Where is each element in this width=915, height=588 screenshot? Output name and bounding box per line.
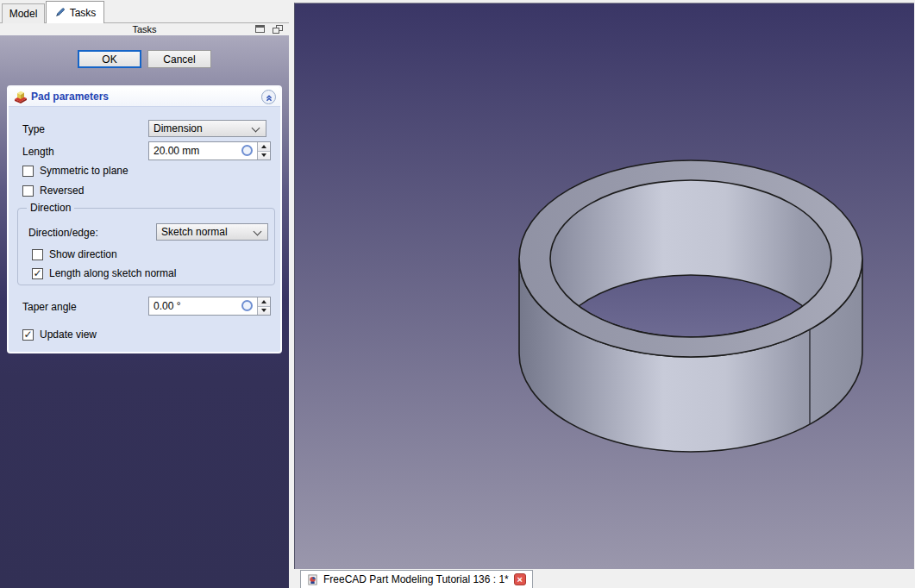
chevron-down-icon: [254, 228, 262, 236]
float-icon[interactable]: [273, 25, 284, 34]
type-combobox-value: Dimension: [154, 122, 203, 134]
collapse-button[interactable]: [261, 90, 276, 104]
pad-parameters-header[interactable]: Pad parameters: [9, 87, 280, 107]
ring-3d-object[interactable]: [295, 3, 915, 570]
direction-group-title: Direction: [27, 202, 74, 214]
3d-viewport[interactable]: [294, 3, 914, 569]
checkbox-box: ✓: [32, 268, 43, 279]
checkbox-box: [32, 249, 43, 260]
tab-model[interactable]: Model: [2, 3, 45, 23]
tasks-panel-titlebar: Tasks: [0, 23, 289, 35]
tab-tasks-label: Tasks: [70, 7, 97, 19]
spin-up-button[interactable]: [258, 297, 270, 307]
dock-icon[interactable]: [255, 25, 265, 33]
show-direction-checkbox[interactable]: Show direction: [32, 248, 117, 260]
tasks-panel-title: Tasks: [132, 24, 156, 34]
checkbox-box: ✓: [22, 329, 34, 341]
ok-button-label: OK: [102, 53, 116, 66]
ok-button[interactable]: OK: [78, 50, 141, 68]
taper-spin-buttons: [257, 297, 270, 315]
checkbox-box: [22, 185, 34, 197]
symmetric-to-plane-checkbox[interactable]: Symmetric to plane: [22, 165, 128, 177]
taper-angle-value: 0.00 °: [154, 300, 181, 312]
symmetric-to-plane-label: Symmetric to plane: [40, 165, 128, 177]
close-icon[interactable]: ×: [514, 573, 526, 585]
direction-edge-value: Sketch normal: [161, 226, 228, 238]
expression-editor-icon[interactable]: [241, 300, 253, 311]
mdi-area: FreeCAD Part Modeling Tutorial 136 : 1* …: [289, 0, 915, 588]
direction-edge-combobox[interactable]: Sketch normal: [156, 223, 268, 241]
expression-editor-icon[interactable]: [241, 145, 253, 156]
taper-angle-label: Taper angle: [22, 301, 77, 313]
checkbox-box: [22, 166, 34, 177]
tab-model-label: Model: [9, 8, 38, 20]
combo-view-tabbar: Model Tasks: [0, 0, 289, 23]
document-tab-label: FreeCAD Part Modeling Tutorial 136 : 1*: [323, 573, 509, 585]
taper-angle-input[interactable]: 0.00 °: [148, 297, 271, 316]
chevrons-up-icon: [264, 92, 274, 103]
cancel-button[interactable]: Cancel: [147, 50, 211, 68]
direction-groupbox: Direction Direction/edge: Sketch normal …: [17, 208, 275, 285]
spin-up-button[interactable]: [258, 142, 270, 152]
length-label: Length: [22, 146, 54, 158]
pen-icon: [54, 7, 66, 18]
direction-edge-label: Direction/edge:: [28, 227, 98, 239]
reversed-checkbox[interactable]: Reversed: [22, 185, 84, 197]
check-mark-icon: ✓: [33, 268, 41, 278]
spin-down-button[interactable]: [258, 152, 270, 160]
length-value: 20.00 mm: [154, 145, 199, 157]
document-tabbar: FreeCAD Part Modeling Tutorial 136 : 1* …: [294, 569, 914, 588]
close-glyph: ×: [517, 575, 523, 585]
pad-parameters-box: Pad parameters Type Dimension Length 20.…: [7, 85, 282, 353]
update-view-checkbox[interactable]: ✓ Update view: [22, 328, 97, 341]
freecad-window: Model Tasks Tasks OK Cancel: [0, 0, 915, 588]
document-tab[interactable]: FreeCAD Part Modeling Tutorial 136 : 1* …: [300, 570, 533, 588]
task-panel: OK Cancel Pad parameters: [0, 35, 289, 588]
length-spin-buttons: [257, 142, 270, 160]
chevron-down-icon: [252, 124, 260, 133]
check-mark-icon: ✓: [23, 329, 32, 340]
length-along-sketch-normal-checkbox[interactable]: ✓ Length along sketch normal: [32, 267, 176, 279]
cancel-button-label: Cancel: [163, 53, 195, 66]
update-view-label: Update view: [40, 328, 97, 341]
spin-down-button[interactable]: [258, 307, 270, 316]
type-label: Type: [22, 123, 45, 135]
length-along-sketch-normal-label: Length along sketch normal: [49, 267, 176, 279]
reversed-label: Reversed: [40, 185, 84, 197]
freecad-doc-icon: [307, 574, 318, 585]
length-input[interactable]: 20.00 mm: [148, 141, 271, 160]
tab-tasks[interactable]: Tasks: [46, 1, 104, 23]
type-combobox[interactable]: Dimension: [148, 120, 266, 137]
show-direction-label: Show direction: [49, 248, 117, 260]
pad-parameters-title: Pad parameters: [31, 91, 109, 103]
pad-cube-icon: [14, 90, 28, 103]
